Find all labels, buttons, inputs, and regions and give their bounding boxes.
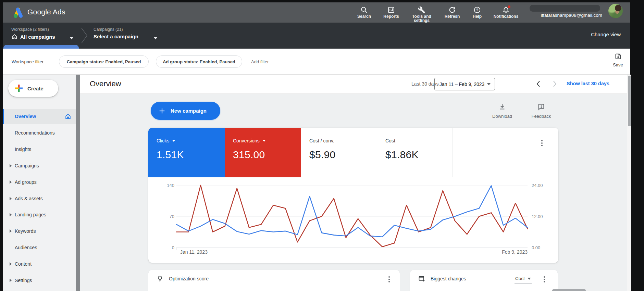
- reports-icon: [387, 6, 395, 14]
- workspace-bar: Workspace (2 filters) All campaigns Camp…: [3, 23, 630, 49]
- clicks-line: [176, 186, 528, 237]
- conversions-line: [176, 185, 528, 247]
- sidebar-scrollbar[interactable]: [76, 75, 80, 291]
- x-axis-end-label: Feb 9, 2023: [497, 249, 528, 255]
- feedback-icon: [537, 103, 545, 111]
- metric-value: $5.90: [309, 149, 377, 161]
- page-title: Overview: [90, 79, 121, 88]
- account-email: iffatarashampa08@gmail.com: [513, 13, 602, 18]
- campaign-caret-icon[interactable]: [153, 37, 158, 39]
- expand-arrow-icon: [10, 197, 12, 200]
- save-label: Save: [609, 62, 627, 67]
- card-menu-kebab-icon[interactable]: [386, 275, 392, 283]
- sidebar-item-campaigns[interactable]: Campaigns: [3, 159, 76, 173]
- sidebar-item-keywords[interactable]: Keywords: [3, 224, 76, 238]
- save-button[interactable]: Save: [609, 53, 627, 67]
- card-menu-kebab-icon[interactable]: [539, 139, 545, 147]
- expand-arrow-icon: [10, 213, 12, 216]
- page-header: Overview Last 30 days Jan 11 – Feb 9, 20…: [80, 75, 627, 94]
- feedback-button[interactable]: Feedback: [526, 103, 557, 119]
- wrench-icon: [418, 6, 425, 14]
- metric-cell-clicks[interactable]: Clicks 1.51K: [148, 128, 225, 177]
- metric-value: 1.51K: [157, 149, 225, 161]
- show-last-30-days-link[interactable]: Show last 30 days: [567, 81, 609, 86]
- window-plus-icon: [418, 275, 425, 282]
- nav-refresh[interactable]: Refresh: [438, 2, 466, 23]
- card-menu-kebab-icon[interactable]: [541, 275, 547, 283]
- home-icon: [65, 113, 71, 120]
- performance-card: Clicks 1.51K Conversions 315.00 Cost / c…: [148, 128, 558, 263]
- download-icon: [498, 103, 506, 111]
- date-range-picker[interactable]: Jan 11 – Feb 9, 2023: [434, 78, 495, 90]
- sidebar-item-ad-groups[interactable]: Ad groups: [3, 175, 76, 189]
- notification-dot: [508, 5, 510, 8]
- sidebar-item-insights[interactable]: Insights: [3, 142, 76, 156]
- filter-chip-adgroup-status[interactable]: Ad group status: Enabled, Paused: [156, 55, 242, 68]
- save-icon: [615, 53, 622, 60]
- x-axis-start-label: Jan 11, 2023: [180, 249, 208, 255]
- page-scrollbar[interactable]: [627, 75, 631, 291]
- expand-arrow-icon: [10, 180, 12, 184]
- workspace-active-tab: [3, 45, 79, 49]
- chevron-down-icon: [262, 140, 266, 142]
- create-label: Create: [27, 86, 44, 91]
- sidebar-item-content[interactable]: Content: [3, 257, 76, 271]
- page-scrollbar-thumb[interactable]: [628, 76, 631, 126]
- workspace-crumb[interactable]: Workspace (2 filters) All campaigns: [11, 27, 55, 40]
- chevron-down-icon: [528, 278, 531, 280]
- sidebar-item-settings[interactable]: Settings: [3, 274, 76, 287]
- filter-bar: Workspace filter Campaign status: Enable…: [3, 49, 630, 75]
- y-left-tick: 140: [159, 183, 174, 188]
- expand-arrow-icon: [10, 279, 12, 282]
- top-app-bar: Google Ads Search Reports Tools and sett…: [3, 2, 630, 23]
- sidebar-item-overview[interactable]: Overview: [3, 109, 76, 124]
- nav-reports[interactable]: Reports: [377, 2, 405, 23]
- google-ads-logo-icon: [11, 5, 25, 20]
- card-title: Biggest changes: [431, 276, 466, 281]
- chevron-down-icon: [172, 140, 175, 142]
- breadcrumb-separator-icon: [79, 27, 89, 44]
- campaign-crumb[interactable]: Campaigns (21) Select a campaign: [94, 27, 138, 39]
- y-right-tick: 12.00: [532, 214, 552, 219]
- nav-search[interactable]: Search: [350, 2, 378, 23]
- account-name-redacted: [530, 5, 600, 12]
- create-button[interactable]: Create: [8, 80, 58, 97]
- new-campaign-button[interactable]: New campaign: [151, 102, 220, 120]
- metric-value: $1.86K: [385, 149, 453, 161]
- add-filter-button[interactable]: Add filter: [251, 59, 269, 64]
- metric-cell-cost[interactable]: Cost $1.86K: [377, 128, 453, 177]
- sidebar-item-ads-assets[interactable]: Ads & assets: [3, 192, 76, 205]
- workspace-caret-icon[interactable]: [70, 37, 74, 39]
- nav-tools-settings[interactable]: Tools and settings: [408, 2, 435, 23]
- sidebar-item-landing-pages[interactable]: Landing pages: [3, 208, 76, 222]
- nav-help[interactable]: ? Help: [463, 2, 491, 23]
- biggest-changes-metric-select[interactable]: Cost: [515, 275, 532, 283]
- plus-icon: [158, 107, 166, 115]
- metric-cell-cost-per-conv[interactable]: Cost / conv. $5.90: [301, 128, 377, 177]
- expand-arrow-icon: [10, 164, 12, 167]
- refresh-icon: [448, 6, 456, 14]
- overview-content: New campaign Download Feedback Clicks 1.…: [80, 94, 627, 291]
- change-view-button[interactable]: Change view: [591, 31, 621, 37]
- metric-cell-conversions[interactable]: Conversions 315.00: [225, 128, 301, 177]
- y-left-tick: 0: [159, 245, 174, 250]
- product-title: Google Ads: [27, 8, 65, 16]
- sidebar-item-audiences[interactable]: Audiences: [3, 241, 76, 254]
- help-icon: ?: [473, 6, 481, 14]
- floating-widget-cutoff: [552, 289, 586, 291]
- previous-period-button[interactable]: [535, 80, 542, 88]
- sidebar-nav: Create Overview Recommendations Insights…: [3, 75, 76, 291]
- screen: Google Ads Search Reports Tools and sett…: [0, 0, 644, 291]
- workspace-crumb-label: Workspace (2 filters): [11, 27, 55, 32]
- download-button[interactable]: Download: [487, 103, 518, 119]
- avatar[interactable]: [608, 4, 623, 18]
- performance-chart: 140 70 0 24.00 12.00 0.00 Jan 11, 2023 F…: [148, 177, 558, 263]
- filter-chip-campaign-status[interactable]: Campaign status: Enabled, Paused: [59, 55, 149, 68]
- workspace-crumb-value: All campaigns: [20, 34, 55, 40]
- y-right-tick: 0.00: [532, 245, 552, 250]
- next-period-button[interactable]: [551, 80, 558, 88]
- sidebar-item-recommendations[interactable]: Recommendations: [3, 126, 76, 140]
- y-right-tick: 24.00: [532, 183, 552, 188]
- campaign-crumb-label: Campaigns (21): [94, 27, 138, 32]
- svg-text:?: ?: [476, 8, 479, 12]
